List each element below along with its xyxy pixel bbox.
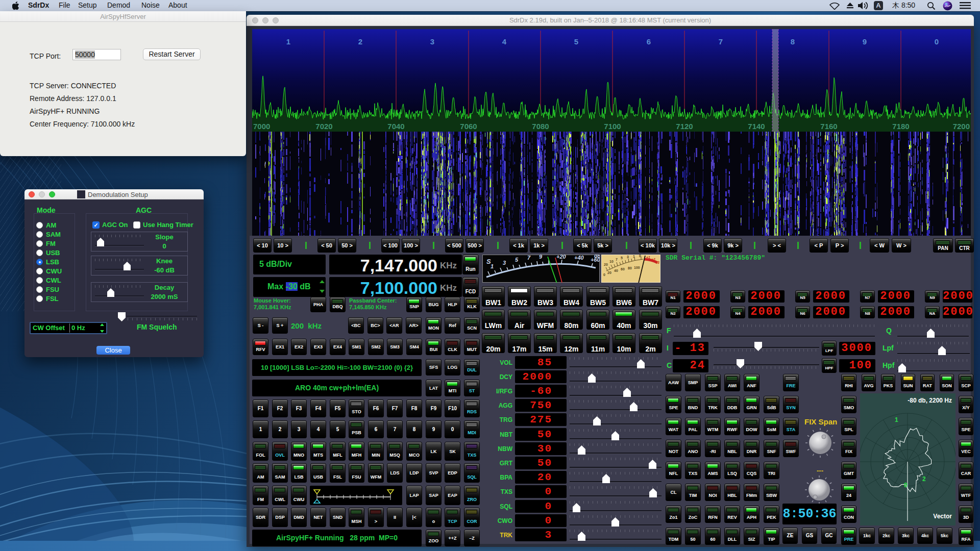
- svg-text:0: 0: [639, 255, 641, 258]
- svg-text:8: 8: [791, 37, 795, 46]
- svg-text:7200: 7200: [953, 122, 970, 131]
- svg-text:6: 6: [647, 37, 651, 46]
- svg-text:80: 80: [628, 266, 632, 270]
- svg-text:40: 40: [614, 269, 618, 272]
- svg-text:+20: +20: [556, 255, 567, 260]
- svg-text:20: 20: [604, 263, 608, 266]
- svg-text:7: 7: [719, 37, 723, 46]
- svg-text:4: 4: [502, 37, 507, 46]
- svg-text:7040: 7040: [387, 122, 404, 131]
- svg-text:60: 60: [621, 267, 625, 271]
- svg-text:3: 3: [430, 37, 434, 46]
- svg-text:dB: dB: [594, 255, 600, 259]
- svg-text:7: 7: [616, 258, 618, 261]
- svg-text:3: 3: [627, 255, 629, 259]
- svg-text:5: 5: [574, 37, 578, 46]
- svg-text:7060: 7060: [460, 122, 477, 131]
- svg-text:7100: 7100: [604, 122, 621, 131]
- svg-text:20: 20: [607, 271, 611, 274]
- svg-text:+1: +1: [646, 256, 650, 259]
- svg-text:+2: +2: [651, 258, 655, 261]
- svg-text:7140: 7140: [748, 122, 765, 131]
- svg-text:7160: 7160: [820, 122, 837, 131]
- svg-text:7020: 7020: [315, 122, 332, 131]
- svg-text:+3: +3: [655, 261, 659, 264]
- svg-text:+40: +40: [574, 255, 584, 261]
- svg-text:10: 10: [609, 260, 614, 263]
- svg-text:1: 1: [491, 263, 494, 269]
- svg-text:9: 9: [539, 255, 543, 260]
- svg-text:7180: 7180: [892, 122, 909, 131]
- svg-text:9: 9: [863, 37, 867, 46]
- svg-text:7080: 7080: [532, 122, 549, 131]
- svg-text:1: 1: [286, 37, 290, 46]
- svg-text:0: 0: [904, 482, 908, 489]
- svg-text:100: 100: [634, 266, 640, 269]
- svg-text:0: 0: [603, 273, 605, 277]
- svg-text:2: 2: [922, 475, 926, 483]
- svg-text:3: 3: [503, 260, 506, 266]
- svg-text:7120: 7120: [676, 122, 693, 131]
- svg-text:Vector: Vector: [933, 513, 952, 520]
- svg-text:---: ---: [817, 467, 823, 474]
- svg-text:7000: 7000: [253, 122, 270, 131]
- svg-text:-80 db, 2200 Hz: -80 db, 2200 Hz: [908, 397, 952, 404]
- svg-text:2: 2: [358, 37, 362, 46]
- svg-text:5: 5: [515, 257, 519, 263]
- svg-text:5: 5: [621, 256, 623, 260]
- svg-text:1: 1: [895, 416, 898, 423]
- svg-text:1: 1: [633, 255, 635, 258]
- svg-text:7: 7: [527, 255, 531, 261]
- svg-text:0: 0: [935, 37, 939, 46]
